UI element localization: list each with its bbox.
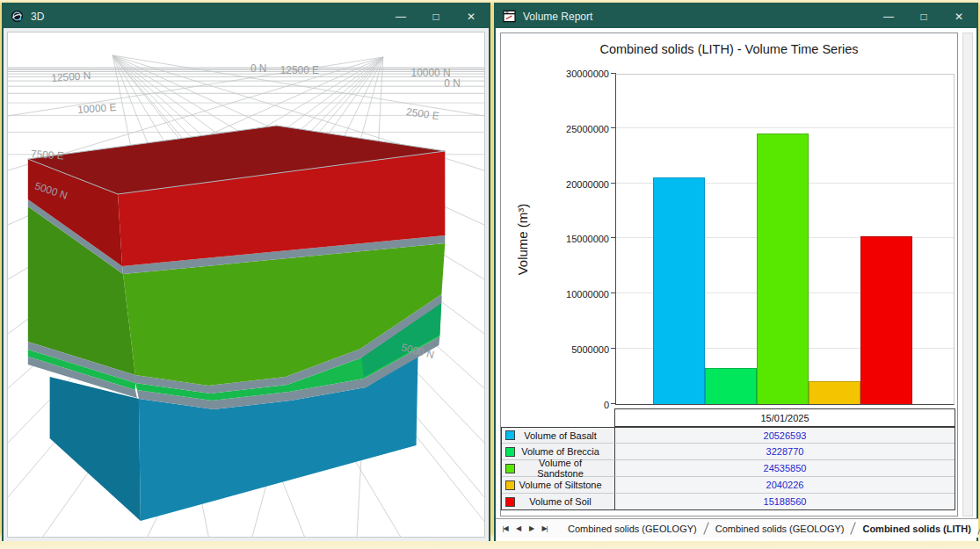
y-tick-mark <box>611 403 616 404</box>
tab-scroll-buttons: |◀◀▶▶| <box>498 522 551 536</box>
volume-report-icon <box>503 10 516 23</box>
table-date-header: 15/01/2025 <box>614 408 955 427</box>
y-tick-label: 20000000 <box>504 179 609 190</box>
gridline <box>616 127 954 128</box>
sheet-tab-1[interactable]: Combined solids (GEOLOGY) <box>708 520 852 538</box>
tab-scroll-last[interactable]: ▶| <box>538 522 551 536</box>
legend-cell: Volume of Basalt <box>502 428 615 444</box>
series-value: 24535850 <box>615 460 955 477</box>
chart-panel: Combined solids (LITH) - Volume Time Ser… <box>500 33 958 516</box>
report-content: Combined solids (LITH) - Volume Time Ser… <box>496 28 976 541</box>
legend-cell: Volume of Sandstone <box>502 460 615 477</box>
series-label: Volume of Basalt <box>515 430 614 441</box>
3d-window: 3D — □ ✕ <box>2 3 490 541</box>
y-tick-label: 15000000 <box>504 234 609 244</box>
vertical-scrollbar[interactable] <box>962 33 973 516</box>
grid-coordinate-label: 10000 E <box>77 101 117 116</box>
close-button[interactable]: ✕ <box>941 4 976 28</box>
y-tick-mark <box>611 73 616 74</box>
chart-title: Combined solids (LITH) - Volume Time Ser… <box>501 42 957 56</box>
table-row[interactable]: Volume of Siltstone 2040226 <box>501 477 955 494</box>
y-tick-label: 25000000 <box>504 124 609 134</box>
maximize-button[interactable]: □ <box>418 4 454 28</box>
y-tick-mark <box>611 127 616 128</box>
legend-cell: Volume of Siltstone <box>502 477 615 494</box>
y-tick-mark <box>611 237 616 238</box>
table-row[interactable]: Volume of Sandstone 24535850 <box>501 460 955 477</box>
legend-cell: Volume of Soil <box>502 494 615 509</box>
series-label: Volume of Soil <box>515 496 614 507</box>
basalt-left-face <box>50 377 141 521</box>
grid-coordinate-label: 0 N <box>444 77 461 90</box>
y-tick-mark <box>611 293 616 293</box>
bar-soil[interactable] <box>860 236 912 404</box>
bar-sandstone[interactable] <box>757 134 809 404</box>
geological-model <box>28 126 445 521</box>
grid-coordinate-label: 7500 E <box>31 148 65 163</box>
grid-coordinate-label: 12500 N <box>51 69 91 84</box>
bar-breccia[interactable] <box>705 368 757 404</box>
series-color-swatch <box>505 480 515 490</box>
minimize-button[interactable]: — <box>383 4 418 28</box>
table-row[interactable]: Volume of Basalt 20526593 <box>501 427 955 444</box>
sheet-tab-bar: |◀◀▶▶| Combined solids (GEOLOGY)Combined… <box>496 518 978 538</box>
report-window-titlebar[interactable]: Volume Report — □ ✕ <box>496 4 976 28</box>
volume-report-window: Volume Report — □ ✕ Combined solids (LIT… <box>494 3 978 541</box>
y-tick-label: 10000000 <box>504 289 609 300</box>
series-color-swatch <box>505 447 515 457</box>
y-tick-mark <box>611 183 616 184</box>
series-label: Volume of Siltstone <box>515 480 614 490</box>
volume-table: 15/01/2025 Volume of Basalt 20526593 Vol… <box>501 408 955 510</box>
3d-window-title: 3D <box>31 11 383 23</box>
series-value: 20526593 <box>615 428 955 444</box>
sheet-tab-0[interactable]: Combined solids (GEOLOGY) <box>561 520 704 538</box>
y-tick-label: 30000000 <box>504 69 609 79</box>
tab-scroll-prev[interactable]: ◀ <box>512 522 525 536</box>
series-value: 2040226 <box>615 477 955 494</box>
tab-scroll-first[interactable]: |◀ <box>498 522 512 536</box>
series-label: Volume of Breccia <box>515 446 614 457</box>
series-color-swatch <box>505 430 515 440</box>
close-button[interactable]: ✕ <box>454 4 489 28</box>
series-color-swatch <box>505 497 515 507</box>
series-color-swatch <box>505 464 515 473</box>
sheet-tab-2[interactable]: Combined solids (LITH) <box>855 520 977 538</box>
y-tick-mark <box>611 348 616 349</box>
grid-coordinate-label: 12500 E <box>280 64 319 76</box>
3d-viewport-frame: 12500 N10000 E0 N12500 E10000 N0 N2500 E… <box>4 28 489 541</box>
plot-area: 0500000010000000150000002000000025000000… <box>615 74 955 405</box>
y-tick-label: 5000000 <box>504 344 609 355</box>
3d-viewport[interactable]: 12500 N10000 E0 N12500 E10000 N0 N2500 E… <box>7 32 485 538</box>
minimize-button[interactable]: — <box>871 4 906 28</box>
3d-window-icon <box>11 10 24 23</box>
series-value: 3228770 <box>615 444 955 460</box>
bar-siltstone[interactable] <box>809 381 860 404</box>
table-row[interactable]: Volume of Soil 15188560 <box>501 494 955 510</box>
series-label: Volume of Sandstone <box>515 458 614 479</box>
grid-coordinate-label: 0 N <box>250 62 267 75</box>
series-value: 15188560 <box>615 494 955 509</box>
maximize-button[interactable]: □ <box>906 4 941 28</box>
tab-scroll-next[interactable]: ▶ <box>525 522 538 536</box>
bar-basalt[interactable] <box>653 177 705 404</box>
3d-window-titlebar[interactable]: 3D — □ ✕ <box>4 4 489 28</box>
report-window-title: Volume Report <box>523 11 871 23</box>
